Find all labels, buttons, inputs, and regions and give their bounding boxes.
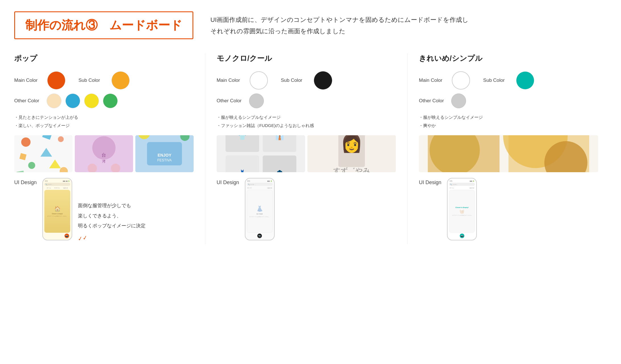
pop-other-swatch-3 (84, 93, 99, 108)
pop-mood-img-2: 台 湾 (75, 135, 133, 172)
pop-ui-description: 面倒な服管理が少しでも 楽しくできるよう、 明るくポップなイメージに決定 ✓✓ (78, 201, 146, 244)
mono-main-color-swatch (250, 71, 268, 90)
svg-text:👔: 👔 (275, 135, 284, 141)
pop-mood-images: 台 湾 ENJOY FESTIVA (14, 135, 194, 172)
mono-ui-label: UI Design (217, 180, 239, 186)
header: 制作の流れ③ ムードボード UI画面作成前に、デザインのコンセプトやトンマナを固… (14, 11, 607, 39)
mono-main-color-label: Main Color (217, 78, 245, 83)
simple-other-color-row: Other Color (419, 93, 598, 108)
section-simple-title: きれいめ/シンプル (419, 53, 598, 63)
pop-bullet-1: ・見たときにテンションが上がる (14, 113, 194, 122)
simple-mood-images: まるごと 果実 (419, 135, 598, 172)
section-mono: モノクロ/クール Main Color Sub Color Other Colo… (205, 53, 408, 244)
svg-point-4 (28, 162, 35, 169)
pop-bullet-2: ・楽しい、ポップなイメージ (14, 122, 194, 130)
svg-point-1 (21, 138, 31, 147)
pop-bullets: ・見たときにテンションが上がる ・楽しい、ポップなイメージ (14, 113, 194, 130)
mono-other-color-label: Other Color (217, 98, 245, 104)
pop-mood-img-3: ENJOY FESTIVA (135, 135, 194, 172)
description-line1: UI画面作成前に、デザインのコンセプトやトンマナを固めるためにムードボードを作成… (210, 14, 469, 26)
mono-main-color-row: Main Color Sub Color (217, 71, 396, 90)
mono-bullet-1: ・服が映えるシンプルなイメージ (217, 113, 396, 122)
svg-text:👗: 👗 (238, 169, 247, 172)
svg-text:👩: 👩 (341, 135, 363, 154)
pop-other-swatch-4 (103, 93, 118, 108)
pop-ui-label: UI Design (14, 180, 37, 186)
svg-text:台: 台 (102, 152, 106, 157)
section-mono-title: モノクロ/クール (217, 53, 396, 63)
simple-sub-color-label: Sub Color (483, 78, 512, 83)
svg-text:すず゛やみ: すず゛やみ (333, 167, 370, 172)
page-title: 制作の流れ③ ムードボード (25, 17, 182, 33)
pop-sub-color-swatch (111, 71, 130, 90)
simple-main-color-swatch (452, 71, 470, 90)
simple-main-color-label: Main Color (419, 78, 447, 83)
mono-ui-design: UI Design 9:41 ▮▮▮ 🔋 🔍 さがす... すべて +あわせ (217, 178, 396, 240)
simple-bullets: ・服が映えるシンプルなイメージ ・爽やか (419, 113, 598, 130)
mono-mood-img-1: 👕 👔 👗 🧥 (217, 135, 305, 172)
simple-other-swatch-1 (451, 93, 466, 108)
mono-mood-images: 👕 👔 👗 🧥 👩 すず゛やみ ブラウス (217, 135, 396, 172)
pop-phone-mockup: 9:41 ▮▮▮ ▮▮ 🔋 🔍 さがす... ホーム スタイル +あわせ (42, 178, 72, 240)
svg-text:ENJOY: ENJOY (158, 153, 171, 157)
pop-other-swatch-2 (65, 93, 80, 108)
pop-other-swatch-1 (47, 93, 61, 108)
sections-container: ポップ Main Color Sub Color Other Color ・見た… (14, 53, 607, 244)
mono-other-swatch-1 (249, 93, 264, 108)
pop-mood-img-1 (14, 135, 73, 172)
section-simple: きれいめ/シンプル Main Color Sub Color Other Col… (407, 53, 607, 244)
pop-main-color-row: Main Color Sub Color (14, 71, 194, 90)
simple-bullet-1: ・服が映えるシンプルなイメージ (419, 113, 598, 122)
mono-sub-color-label: Sub Color (281, 78, 309, 83)
simple-phone-mockup: 9:41 ▮▮▮ 🔋 🔍 さがす... ホーム +あわせ Closet is E… (447, 178, 477, 240)
mono-sub-color-swatch (314, 71, 332, 90)
section-pop-title: ポップ (14, 53, 194, 63)
simple-sub-color-swatch (516, 71, 534, 90)
pop-other-color-row: Other Color (14, 93, 194, 108)
simple-mood-img-1: まるごと 果実 (419, 135, 598, 172)
mono-bullets: ・服が映えるシンプルなイメージ ・ファッション雑誌（FUDGE)のようなおしゃれ… (217, 113, 396, 130)
svg-text:👕: 👕 (238, 135, 247, 141)
svg-text:FESTIVA: FESTIVA (157, 158, 172, 162)
page-container: 制作の流れ③ ムードボード UI画面作成前に、デザインのコンセプトやトンマナを固… (0, 0, 621, 255)
simple-main-color-row: Main Color Sub Color (419, 71, 598, 90)
simple-bullet-2: ・爽やか (419, 122, 598, 130)
svg-text:湾: 湾 (102, 159, 105, 163)
pop-main-color-swatch (47, 71, 65, 90)
svg-point-39 (430, 135, 480, 172)
pop-main-color-label: Main Color (14, 78, 43, 83)
section-pop: ポップ Main Color Sub Color Other Color ・見た… (14, 53, 205, 244)
mono-phone-mockup: 9:41 ▮▮▮ 🔋 🔍 さがす... すべて +あわせ 👗 NO I (245, 178, 275, 240)
simple-ui-design: UI Design 9:41 ▮▮▮ 🔋 🔍 さがす... ホーム +あわせ (419, 178, 598, 240)
header-description: UI画面作成前に、デザインのコンセプトやトンマナを固めるためにムードボードを作成… (210, 11, 469, 37)
mono-mood-img-2: 👩 すず゛やみ ブラウス (307, 135, 396, 172)
pop-sub-color-label: Sub Color (78, 78, 107, 83)
mono-bullet-2: ・ファッション雑誌（FUDGE)のようなおしゃれ感 (217, 122, 396, 130)
description-line2: それぞれの雰囲気に沿った画面を作成しました (210, 26, 469, 37)
simple-other-color-label: Other Color (419, 98, 447, 104)
pop-other-color-label: Other Color (14, 98, 43, 104)
svg-text:🧥: 🧥 (275, 169, 284, 172)
pop-ui-design: UI Design 9:41 ▮▮▮ ▮▮ 🔋 🔍 さがす... ホーム スタイ… (14, 178, 194, 244)
title-box: 制作の流れ③ ムードボード (14, 11, 193, 39)
simple-ui-label: UI Design (419, 180, 441, 186)
svg-point-6 (58, 136, 64, 142)
mono-other-color-row: Other Color (217, 93, 396, 108)
